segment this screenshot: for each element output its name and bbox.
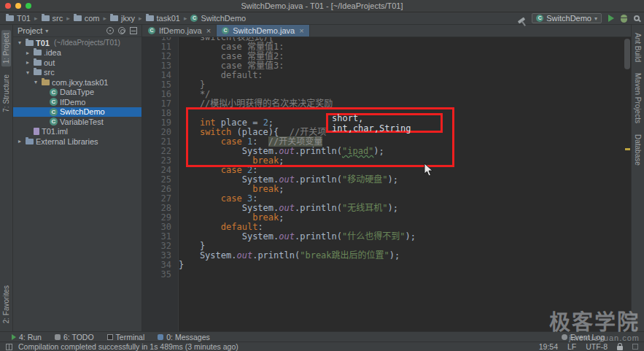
code-line[interactable]: System.out.println("什么也得不到");: [179, 232, 631, 242]
tree-expand-arrow[interactable]: ▾: [24, 69, 31, 76]
caret-position[interactable]: 19:54: [539, 342, 558, 351]
tree-item-.idea[interactable]: ▸.idea: [13, 48, 141, 58]
breadcrumb-t01[interactable]: T01: [4, 14, 32, 23]
tree-item-external-libraries[interactable]: ▸External Libraries: [13, 136, 141, 147]
class-icon: C: [50, 98, 58, 106]
zoom-window-button[interactable]: [26, 3, 31, 9]
run-button[interactable]: [608, 15, 614, 22]
close-window-button[interactable]: [5, 3, 11, 9]
class-icon: C: [190, 15, 198, 22]
tool-window-bar-left: 4: Run6: TODOTerminal0: Messages: [12, 333, 210, 342]
tree-expand-arrow[interactable]: ▸: [24, 50, 31, 56]
event-log-button[interactable]: Event Log: [562, 333, 605, 342]
tree-expand-arrow[interactable]: ▾: [16, 39, 23, 46]
code-segment: break: [252, 184, 279, 194]
folder-icon: [34, 69, 42, 75]
messages-icon: [158, 334, 163, 340]
right-tool-stripe-wrap: Ant BuildMaven ProjectsDatabase: [631, 25, 644, 331]
class-icon: C: [50, 88, 58, 96]
code-segment: [179, 184, 252, 194]
build-project-button[interactable]: [518, 12, 525, 25]
tool-stripe-button-ant-build[interactable]: Ant Build: [633, 30, 643, 65]
code-line[interactable]: }: [179, 261, 631, 270]
code-line[interactable]: System.out.println("break跳出后的位置");: [179, 251, 631, 261]
tree-item-label: T01.iml: [42, 127, 68, 136]
code-segment: [179, 155, 252, 166]
breadcrumb-separator: ▸: [66, 15, 70, 22]
tool-stripe-button-database[interactable]: Database: [633, 131, 643, 169]
code-segment: .println(: [295, 174, 342, 185]
toolwindow-button-terminal[interactable]: Terminal: [107, 333, 145, 342]
code-segment: System.: [179, 231, 279, 242]
code-segment: "ipad": [342, 146, 373, 156]
breadcrumb-task01[interactable]: task01: [144, 14, 182, 23]
code-segment: "什么也得不到": [342, 231, 405, 242]
tree-item-switchdemo[interactable]: CSwitchDemo: [13, 107, 141, 117]
tool-stripe-button-2favorites[interactable]: 2: Favorites: [1, 282, 11, 326]
tool-window-bar-right: Event Log: [562, 333, 605, 342]
tree-expand-arrow[interactable]: ▾: [32, 79, 39, 85]
tree-expand-arrow[interactable]: ▸: [24, 59, 31, 66]
code-segment: }: [179, 260, 184, 270]
class-icon: C: [536, 15, 543, 22]
code-segment: [179, 193, 221, 204]
breadcrumb-jkxy[interactable]: jkxy: [109, 14, 136, 23]
tree-expand-arrow[interactable]: ▸: [16, 138, 23, 144]
tab-close-icon[interactable]: ×: [299, 26, 303, 35]
breadcrumb-label: T01: [17, 14, 31, 23]
toolwindow-button-6todo[interactable]: 6: TODO: [55, 333, 94, 342]
line-separator[interactable]: LF: [567, 342, 576, 351]
editor-scrollbar[interactable]: [624, 39, 630, 69]
breadcrumb-com[interactable]: com: [72, 14, 101, 23]
navigation-bar: T01▸src▸com▸jkxy▸task01▸CSwitchDemo: [4, 14, 247, 23]
minimize-window-button[interactable]: [15, 3, 21, 9]
tree-item-out[interactable]: ▸out: [13, 58, 141, 68]
code-segment: out: [279, 231, 295, 242]
code-segment: );: [389, 250, 400, 261]
toolwindow-button-0messages[interactable]: 0: Messages: [158, 333, 210, 342]
tool-stripe-button-maven-projects[interactable]: Maven Projects: [633, 70, 643, 126]
project-path-hint: (~/IdeaProjects/T01): [54, 39, 120, 47]
tree-item-datatype[interactable]: CDataType: [13, 88, 141, 98]
code-line[interactable]: default:: [179, 71, 631, 80]
search-everywhere-icon[interactable]: [634, 15, 640, 21]
tree-item-com.jkxy.task01[interactable]: ▾com.jkxy.task01: [13, 77, 141, 88]
editor[interactable]: 1011121314151617181920212223242526272829…: [142, 37, 631, 331]
tab-switchdemo-java[interactable]: CSwitchDemo.java×: [217, 25, 309, 36]
tree-item-variabletest[interactable]: CVariableTest: [13, 117, 141, 127]
tool-stripe-button-1project[interactable]: 1: Project: [1, 30, 11, 66]
code-line[interactable]: }: [179, 80, 631, 90]
lock-icon[interactable]: [617, 346, 623, 350]
toolwindow-button-4run[interactable]: 4: Run: [12, 333, 42, 342]
chevron-down-icon: ▾: [45, 28, 48, 34]
locate-file-icon[interactable]: [106, 27, 114, 34]
code-area[interactable]: switch(表达式){ case 常量值1: case 常量值2: case …: [179, 37, 631, 331]
application-window: SwitchDemo.java - T01 - [~/IdeaProjects/…: [0, 0, 644, 351]
tree-item-src[interactable]: ▾src: [13, 68, 141, 78]
tree-item-t01[interactable]: ▾T01(~/IdeaProjects/T01): [13, 38, 141, 48]
settings-gear-icon[interactable]: [118, 27, 125, 34]
tree-item-t01.iml[interactable]: T01.iml: [13, 127, 141, 137]
tab-close-icon[interactable]: ×: [206, 26, 211, 35]
code-segment: ;: [279, 155, 284, 166]
breadcrumb-switchdemo[interactable]: CSwitchDemo: [189, 14, 247, 23]
tab-ifdemo-java[interactable]: CIfDemo.java×: [143, 25, 217, 36]
tree-item-ifdemo[interactable]: CIfDemo: [13, 97, 141, 107]
class-icon: C: [50, 108, 58, 116]
code-segment: (place){: [231, 127, 289, 137]
file-encoding[interactable]: UTF-8: [586, 342, 608, 351]
debug-button[interactable]: [621, 15, 627, 23]
tool-stripe-button-7structure[interactable]: 7: Structure: [1, 72, 11, 115]
code-line[interactable]: [179, 270, 631, 279]
toolwindow-switcher-icon[interactable]: [6, 344, 12, 350]
toolwindow-label: 6: TODO: [63, 333, 94, 342]
collapse-all-icon[interactable]: [130, 27, 137, 34]
breadcrumb-src[interactable]: src: [40, 14, 65, 23]
main-area: 1: Project7: Structure 2: Favorites Proj…: [0, 25, 644, 331]
editor-tabs: CIfDemo.java×CSwitchDemo.java×: [142, 25, 631, 37]
code-line[interactable]: //模拟小明获得的名次来决定奖励: [179, 99, 631, 109]
project-panel-header[interactable]: Project ▾: [13, 25, 141, 37]
todo-icon: [55, 334, 61, 340]
folder-icon: [146, 15, 154, 21]
run-configuration-select[interactable]: C SwitchDemo ▾: [532, 13, 602, 23]
